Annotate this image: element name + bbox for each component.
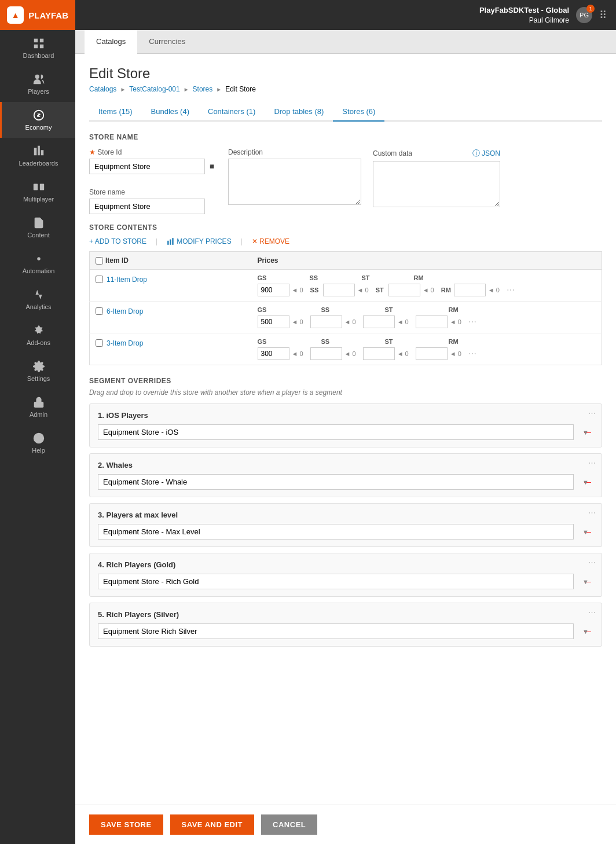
- segment-drag-2[interactable]: ⋯: [588, 458, 596, 467]
- drag-handle2[interactable]: ⋯: [468, 317, 476, 326]
- segment-card-3: ⋯ 3. Players at max level Equipment Stor…: [89, 503, 602, 547]
- sidebar-label-automation: Automation: [23, 267, 55, 274]
- topbar-user: PlayFabSDKTest - Global Paul Gilmore: [479, 5, 569, 25]
- custom-data-group: Custom data ⓘ JSON: [373, 148, 500, 207]
- breadcrumb-stores[interactable]: Stores: [193, 85, 213, 93]
- ss3-input[interactable]: [310, 347, 342, 360]
- item2-link[interactable]: 6-Item Drop: [107, 307, 143, 315]
- price-rm1-group: RM ◄ 0: [441, 284, 500, 296]
- sub-tab-items[interactable]: Items (15): [89, 102, 142, 122]
- segment-select-wrap-4: Equipment Store - Rich Gold ▼ ←: [98, 574, 593, 589]
- sidebar-label-settings: Settings: [27, 375, 50, 382]
- segment-drag-5[interactable]: ⋯: [588, 608, 596, 617]
- segment-drag-3[interactable]: ⋯: [588, 508, 596, 517]
- segment-card-4: ⋯ 4. Rich Players (Gold) Equipment Store…: [89, 553, 602, 597]
- gs1-input[interactable]: [258, 284, 289, 296]
- store-name-label: Store name: [89, 188, 217, 196]
- gs2-input[interactable]: [258, 315, 289, 328]
- svg-rect-0: [34, 39, 37, 42]
- grid-icon[interactable]: ⠿: [599, 9, 607, 21]
- table-row: 6-Item Drop GS SS ST RM: [90, 302, 602, 333]
- gs3-input[interactable]: [258, 347, 289, 360]
- add-to-store-link[interactable]: + ADD TO STORE: [89, 237, 146, 245]
- segment-select-3[interactable]: Equipment Store - Max Level: [98, 524, 574, 540]
- json-label[interactable]: JSON: [482, 149, 500, 157]
- segment-desc: Drag and drop to override this store wit…: [89, 388, 602, 397]
- segment-select-1[interactable]: Equipment Store - iOS: [98, 424, 574, 440]
- sub-tab-droptables[interactable]: Drop tables (8): [265, 102, 333, 122]
- store-id-input[interactable]: [89, 159, 205, 174]
- st2-input[interactable]: [363, 315, 395, 328]
- sub-tab-containers[interactable]: Containers (1): [199, 102, 265, 122]
- sidebar-item-settings[interactable]: Settings: [0, 353, 75, 389]
- row2-checkbox[interactable]: [96, 307, 103, 315]
- segment-card-1: ⋯ 1. iOS Players Equipment Store - iOS ▼…: [89, 403, 602, 447]
- tab-currencies[interactable]: Currencies: [137, 30, 197, 54]
- segment-select-5[interactable]: Equipment Store Rich Silver: [98, 623, 574, 639]
- sub-tab-stores[interactable]: Stores (6): [333, 102, 384, 122]
- sub-tabs: Items (15) Bundles (4) Containers (1) Dr…: [89, 102, 602, 122]
- segment-drag-4[interactable]: ⋯: [588, 558, 596, 567]
- sidebar-label-players: Players: [28, 88, 49, 95]
- modify-prices-text: MODIFY PRICES: [177, 237, 231, 245]
- sidebar-item-leaderboards[interactable]: Leaderboards: [0, 138, 75, 174]
- col-prices: Prices: [252, 252, 602, 270]
- breadcrumb-catalog-name[interactable]: TestCatalog-001: [129, 85, 179, 93]
- tab-catalogs[interactable]: Catalogs: [85, 30, 137, 54]
- save-store-button[interactable]: SAVE STORE: [89, 814, 163, 835]
- segment-select-2[interactable]: Equipment Store - Whale: [98, 474, 574, 490]
- drag-handle1[interactable]: ⋯: [507, 285, 515, 295]
- sidebar-item-dashboard[interactable]: Dashboard: [0, 30, 75, 66]
- sidebar-label-admin: Admin: [30, 411, 47, 418]
- st1-input[interactable]: [388, 284, 420, 296]
- sub-tab-bundles[interactable]: Bundles (4): [142, 102, 199, 122]
- rm2-input[interactable]: [416, 315, 448, 328]
- price-ss1-group: SS ◄ 0: [310, 284, 369, 296]
- item3-link[interactable]: 3-Item Drop: [107, 339, 143, 347]
- automation-icon: [32, 252, 45, 265]
- logo-icon: ▲: [7, 6, 24, 24]
- sidebar-item-help[interactable]: Help: [0, 425, 75, 461]
- item-id-cell2: 6-Item Drop: [90, 302, 252, 333]
- content-icon: [32, 216, 45, 229]
- instance-name: PlayFabSDKTest - Global: [479, 5, 569, 16]
- store-name-input[interactable]: [89, 199, 205, 214]
- admin-icon: [32, 396, 45, 409]
- red-arrow-4: ←: [582, 575, 593, 588]
- breadcrumb-catalogs[interactable]: Catalogs: [89, 85, 116, 93]
- sidebar-item-economy[interactable]: Economy: [0, 102, 75, 138]
- breadcrumb-sep2: ►: [184, 86, 189, 93]
- sidebar-item-multiplayer[interactable]: Multiplayer: [0, 174, 75, 210]
- select-all-checkbox[interactable]: [96, 257, 103, 265]
- save-and-edit-button[interactable]: SAVE AND EDIT: [170, 814, 254, 835]
- row3-checkbox[interactable]: [96, 339, 103, 347]
- segment-select-4[interactable]: Equipment Store - Rich Gold: [98, 574, 574, 589]
- sidebar-item-content[interactable]: Content: [0, 210, 75, 245]
- sidebar-item-analytics[interactable]: Analytics: [0, 281, 75, 317]
- info-icon: ⓘ: [472, 148, 480, 159]
- segment-select-wrap-1: Equipment Store - iOS ▼ ←: [98, 424, 593, 440]
- ss2-input[interactable]: [310, 315, 342, 328]
- remove-link[interactable]: ✕ REMOVE: [252, 237, 289, 245]
- logo[interactable]: ▲ PLAYFAB: [0, 0, 75, 30]
- ss1-input[interactable]: [323, 284, 355, 296]
- modify-prices-link[interactable]: MODIFY PRICES: [167, 237, 231, 245]
- sidebar-item-addons[interactable]: Add-ons: [0, 317, 75, 353]
- avatar[interactable]: PG 1: [576, 7, 592, 23]
- sidebar-item-admin[interactable]: Admin: [0, 389, 75, 425]
- rm1-input[interactable]: [454, 284, 486, 296]
- row1-checkbox[interactable]: [96, 276, 103, 283]
- segment-title-3: 3. Players at max level: [98, 511, 593, 519]
- custom-data-textarea[interactable]: [373, 161, 500, 207]
- drag-handle3[interactable]: ⋯: [468, 349, 476, 358]
- item1-link[interactable]: 11-Item Drop: [107, 276, 147, 284]
- description-textarea[interactable]: [228, 159, 361, 205]
- sidebar-item-automation[interactable]: Automation: [0, 245, 75, 281]
- cancel-button[interactable]: CANCEL: [261, 814, 317, 835]
- description-group: Description: [228, 148, 361, 205]
- segment-drag-1[interactable]: ⋯: [588, 409, 596, 417]
- sidebar-item-players[interactable]: Players: [0, 66, 75, 102]
- svg-rect-3: [39, 45, 43, 48]
- st3-input[interactable]: [363, 347, 395, 360]
- rm3-input[interactable]: [416, 347, 448, 360]
